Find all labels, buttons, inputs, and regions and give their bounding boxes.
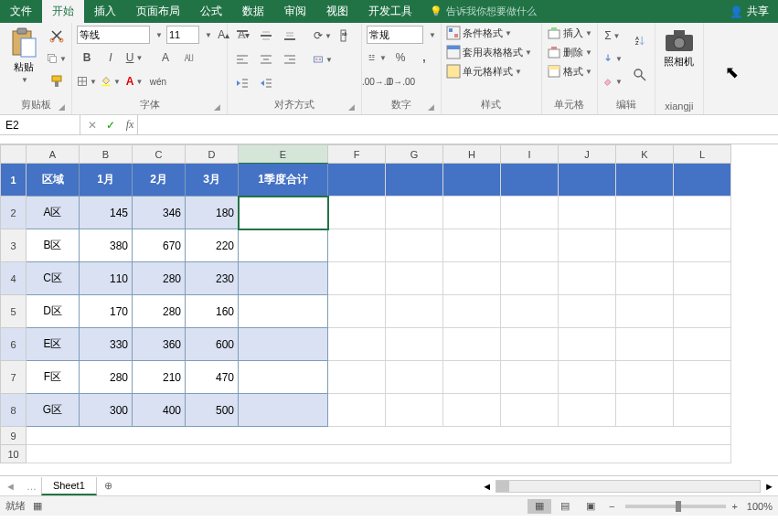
formula-input[interactable] [137,115,778,134]
sort-filter-button[interactable]: AZ [630,26,650,57]
cell[interactable]: 380 [80,229,133,262]
cell[interactable] [328,229,386,262]
dialog-launcher-icon[interactable]: ◢ [428,102,434,112]
delete-cells-button[interactable]: 删除▼ [547,45,592,59]
cell[interactable] [674,229,731,262]
cell[interactable] [328,164,386,197]
cell[interactable] [616,262,674,295]
cell[interactable] [559,295,616,328]
chevron-down-icon[interactable]: ▼ [205,31,212,39]
row-header[interactable]: 3 [1,229,27,262]
cell[interactable] [501,164,559,197]
cell[interactable] [239,229,328,262]
cell[interactable] [674,394,731,427]
macro-record-icon[interactable]: ▦ [33,500,42,512]
cell[interactable] [559,262,616,295]
col-header[interactable]: H [443,145,501,164]
col-header[interactable]: E [239,145,328,164]
cell[interactable]: 160 [186,295,239,328]
tab-home[interactable]: 开始 [42,0,84,23]
zoom-level[interactable]: 100% [747,501,773,512]
comma-button[interactable]: , [414,48,434,68]
cell[interactable] [386,328,443,361]
select-all-corner[interactable] [1,145,27,164]
cell[interactable] [386,164,443,197]
zoom-slider[interactable] [625,505,726,508]
cell[interactable] [27,445,731,463]
cell[interactable] [386,229,443,262]
copy-button[interactable]: ▼ [47,48,67,69]
cell[interactable]: 470 [186,361,239,394]
cell[interactable]: G区 [27,394,80,427]
cell[interactable] [501,197,559,229]
cell[interactable]: 330 [80,328,133,361]
align-left-button[interactable] [232,49,252,69]
paste-button[interactable]: 粘贴 ▼ [5,26,43,84]
col-header[interactable]: B [80,145,133,164]
cell[interactable] [443,197,501,229]
tab-data[interactable]: 数据 [232,0,274,23]
page-break-view-button[interactable]: ▣ [579,499,602,514]
tab-developer[interactable]: 开发工具 [358,0,422,23]
page-layout-view-button[interactable]: ▤ [553,499,577,514]
orientation-button[interactable]: ⟳▼ [313,26,333,46]
align-right-button[interactable] [280,49,300,69]
cell[interactable] [501,328,559,361]
cell[interactable] [501,295,559,328]
row-header[interactable]: 6 [1,328,27,361]
dialog-launcher-icon[interactable]: ◢ [214,102,220,112]
cell[interactable] [559,328,616,361]
col-header[interactable]: J [559,145,616,164]
dialog-launcher-icon[interactable]: ◢ [59,102,65,112]
format-cells-button[interactable]: 格式▼ [547,64,592,79]
align-top-button[interactable] [232,26,252,46]
cell[interactable]: 210 [133,361,186,394]
decrease-decimal-button[interactable]: .0→.00 [390,71,410,91]
insert-cells-button[interactable]: 插入▼ [547,26,592,40]
col-header[interactable]: C [133,145,186,164]
cell[interactable] [386,295,443,328]
cell[interactable]: 360 [133,328,186,361]
cell[interactable]: 110 [80,262,133,295]
fill-color-button[interactable]: ▼ [101,71,121,91]
row-header[interactable]: 1 [1,164,27,197]
align-bottom-button[interactable] [280,26,300,46]
fill-button[interactable]: ▼ [602,48,623,69]
zoom-out-button[interactable]: − [609,501,614,512]
cell[interactable]: 230 [186,262,239,295]
cell[interactable] [386,262,443,295]
cell[interactable] [559,197,616,229]
cell[interactable]: 1月 [80,164,133,197]
cell[interactable] [674,361,731,394]
clear-button[interactable]: ▼ [602,71,623,91]
cell[interactable]: 346 [133,197,186,229]
add-sheet-button[interactable]: ⊕ [97,480,120,492]
cell[interactable]: 220 [186,229,239,262]
cell[interactable] [501,229,559,262]
autosum-button[interactable]: Σ▼ [602,26,623,46]
underline-button[interactable]: U▼ [124,48,144,68]
increase-decimal-button[interactable]: .00→.0 [367,71,387,91]
cell[interactable] [328,295,386,328]
decrease-indent-button[interactable] [232,73,252,93]
cell[interactable]: 145 [80,197,133,229]
cell[interactable] [443,328,501,361]
sheet-nav-prev[interactable]: ◄ [0,481,21,492]
cell[interactable] [239,197,328,229]
italic-button[interactable]: I [101,48,121,68]
cell[interactable] [328,328,386,361]
tab-page-layout[interactable]: 页面布局 [126,0,190,23]
cell[interactable] [239,394,328,427]
cell[interactable] [616,197,674,229]
find-select-button[interactable] [630,59,650,90]
sheet-nav-more[interactable]: … [21,481,42,492]
col-header[interactable]: A [27,145,80,164]
zoom-in-button[interactable]: + [731,501,737,512]
cell[interactable]: 3月 [186,164,239,197]
cell[interactable]: B区 [27,229,80,262]
cell[interactable]: C区 [27,262,80,295]
cell-styles-button[interactable]: 单元格样式▼ [446,64,522,79]
cell[interactable] [443,164,501,197]
tab-formulas[interactable]: 公式 [190,0,232,23]
merge-button[interactable]: ▼ [313,49,333,69]
